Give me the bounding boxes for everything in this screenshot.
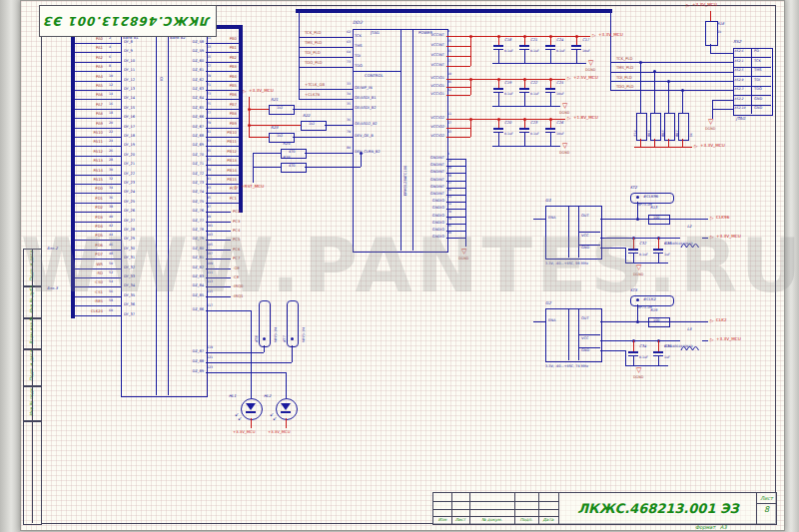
net-label: PC5 bbox=[233, 238, 240, 242]
osc-pin-name: VCC bbox=[581, 235, 588, 239]
power-label: +3.3V_MCU bbox=[249, 89, 274, 94]
wire bbox=[325, 125, 353, 126]
pin-number: 97 bbox=[207, 206, 211, 210]
pin-number: 57 bbox=[447, 60, 451, 64]
inductor-icon bbox=[680, 336, 702, 344]
wire bbox=[353, 71, 400, 72]
net-label: PA10 bbox=[73, 131, 103, 135]
wire bbox=[299, 11, 300, 99]
wire bbox=[75, 90, 121, 91]
pin-name: DZ_85 bbox=[171, 294, 204, 298]
resistor bbox=[678, 113, 689, 141]
pin-name: DY_15 bbox=[124, 107, 135, 111]
capacitor-value: 0.1uF bbox=[530, 133, 539, 137]
osc-pin-name: ENA bbox=[548, 319, 555, 323]
wire bbox=[206, 203, 239, 204]
junction-dot bbox=[497, 118, 500, 121]
pin-name: VCCINT bbox=[414, 34, 444, 38]
wire bbox=[206, 109, 239, 110]
pin-number: 8 bbox=[109, 65, 111, 69]
pin-name: DZ_88 bbox=[171, 360, 204, 364]
junction-dot bbox=[263, 337, 266, 340]
wire bbox=[253, 167, 281, 168]
pin-name: DZ_66 bbox=[171, 116, 204, 120]
net-label: PD1 bbox=[73, 197, 103, 201]
format-value: А3 bbox=[720, 524, 727, 530]
wire bbox=[299, 99, 353, 100]
wire bbox=[533, 321, 545, 322]
junction-dot bbox=[549, 35, 552, 38]
pin-name: DZ_77 bbox=[171, 220, 204, 224]
dgnd-label: DGND bbox=[585, 69, 595, 73]
wire bbox=[568, 308, 569, 360]
power-terminal-icon: ▷ bbox=[235, 186, 238, 191]
pin-number: 119 bbox=[207, 346, 213, 350]
pin-number: 99 bbox=[207, 216, 211, 220]
net-label: -IRQ1 bbox=[233, 294, 244, 298]
format-note: Формат А3 bbox=[695, 524, 727, 530]
wire bbox=[446, 119, 565, 120]
title-column-label: Подп. bbox=[514, 517, 538, 522]
pin-number: 60 bbox=[109, 309, 113, 313]
pin-name: GNDINT bbox=[414, 179, 444, 183]
pin-number: 2 bbox=[109, 37, 111, 41]
led-triangle-icon bbox=[246, 403, 256, 410]
capacitor-plate bbox=[545, 128, 555, 130]
wire bbox=[640, 139, 641, 147]
connector-pin-id: XS2.10 bbox=[734, 107, 745, 111]
capacitor-value: 0.1uF bbox=[504, 50, 513, 54]
pin-number: 52 bbox=[109, 271, 113, 275]
wire bbox=[292, 345, 293, 352]
pin-name: DY_8 bbox=[124, 41, 133, 45]
resistor-ref: R22 bbox=[303, 114, 310, 118]
wire bbox=[75, 43, 121, 44]
pin-name: VCCIO2 bbox=[414, 135, 444, 139]
wire bbox=[576, 50, 577, 63]
wire bbox=[625, 263, 668, 264]
pin-number: 42 bbox=[109, 225, 113, 229]
dgnd-icon: ▽ bbox=[636, 265, 641, 272]
pin-number: 71 bbox=[207, 84, 211, 88]
net-label: -WR bbox=[73, 263, 103, 266]
wire bbox=[400, 29, 401, 251]
pin-number: 64 bbox=[345, 51, 351, 55]
power-terminal-icon: ▷ bbox=[567, 117, 570, 122]
wire bbox=[550, 50, 551, 63]
ic-core-label: IO bbox=[160, 77, 164, 81]
capacitor-value: 0.1uF bbox=[556, 50, 565, 54]
pin-name: DY_13 bbox=[124, 88, 135, 92]
dgnd-icon: ▽ bbox=[562, 143, 567, 151]
wire bbox=[75, 184, 121, 185]
pin-name: DZ_78 bbox=[171, 229, 204, 233]
pin-name: VCCINT bbox=[414, 44, 444, 48]
junction-dot bbox=[469, 118, 472, 121]
wire bbox=[668, 139, 669, 147]
wire bbox=[75, 81, 121, 82]
pin-name: DY_16 bbox=[124, 116, 135, 120]
capacitor-value: 0.1uF bbox=[639, 254, 648, 258]
pin-name: GNDINT bbox=[414, 193, 444, 197]
connector-pin-name: PD bbox=[754, 50, 759, 54]
dgnd-label: DGND bbox=[559, 152, 569, 156]
inductor-ref: L3 bbox=[687, 327, 692, 331]
pin-number: 80 bbox=[345, 147, 351, 151]
testpoint-ref: KT7 bbox=[284, 335, 288, 342]
power-label: +3.3V_MCU bbox=[716, 337, 741, 342]
power-label: +3.3V_MCU bbox=[692, 3, 717, 8]
pin-name: DZ_73 bbox=[171, 182, 204, 186]
wire bbox=[75, 277, 121, 278]
ic-ref: DD2 bbox=[353, 21, 363, 26]
wire bbox=[75, 128, 121, 129]
capacitor-value: 0.1uF bbox=[639, 356, 648, 360]
pin-number: 73 bbox=[345, 61, 351, 65]
power-terminal-icon: ▷ bbox=[243, 90, 246, 95]
wire bbox=[264, 345, 265, 352]
capacitor-value: 1uF bbox=[664, 254, 670, 258]
pin-number: 121 bbox=[207, 356, 213, 360]
pin-number: 79 bbox=[207, 122, 211, 126]
pin-number: 83 bbox=[207, 140, 211, 144]
net-label: PB11 bbox=[217, 140, 237, 144]
net-label: PA12 bbox=[73, 150, 103, 154]
net-label: PB15 bbox=[217, 178, 237, 182]
wire bbox=[446, 238, 465, 239]
